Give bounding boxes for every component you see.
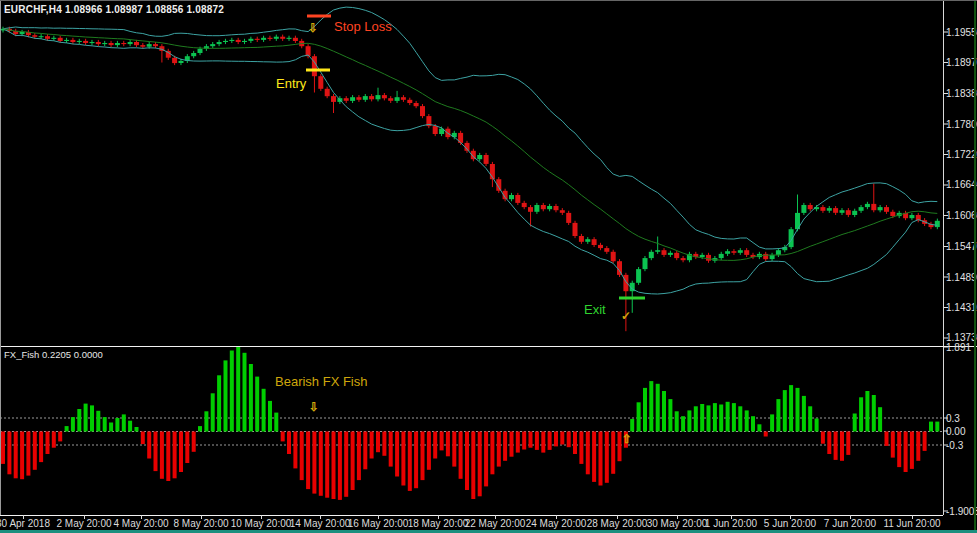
price-axis-label: 1.19550 xyxy=(946,27,977,38)
candle-body xyxy=(738,250,743,253)
fish-histogram-bar xyxy=(681,416,685,431)
fish-histogram-bar xyxy=(529,432,533,448)
fish-histogram-bar xyxy=(26,432,30,476)
exit-label[interactable]: Exit xyxy=(584,302,606,317)
fish-histogram-bar xyxy=(910,432,914,469)
bollinger-lower-band xyxy=(3,29,937,294)
fish-histogram-bar xyxy=(637,402,641,431)
candle-body xyxy=(604,248,609,252)
candle-body xyxy=(852,211,857,215)
fish-histogram-bar xyxy=(332,432,336,500)
candle-body xyxy=(395,97,400,101)
fish-indicator-canvas[interactable] xyxy=(0,347,977,515)
fish-histogram-bar xyxy=(675,411,679,431)
entry-line[interactable] xyxy=(306,69,330,72)
fish-histogram-bar xyxy=(433,432,437,459)
fish-sell-arrow-icon[interactable]: ⇩ xyxy=(309,401,319,413)
fish-histogram-bar xyxy=(865,391,869,432)
candle-body xyxy=(261,38,266,40)
candle-body xyxy=(147,44,152,47)
candle-body xyxy=(776,250,781,255)
candle-body xyxy=(325,89,330,96)
candle-body xyxy=(179,61,184,63)
price-axis-label: 1.18380 xyxy=(946,88,977,99)
time-axis-label: 30 Apr 2018 xyxy=(0,518,50,529)
candle-body xyxy=(541,205,546,209)
main-chart-pane[interactable] xyxy=(0,1,977,347)
fish-histogram-bar xyxy=(605,432,609,483)
candle-body xyxy=(890,212,895,216)
fish-histogram-bar xyxy=(33,432,37,470)
fish-histogram-bar xyxy=(395,432,399,477)
fish-histogram-bar xyxy=(510,432,514,457)
fish-histogram-bar xyxy=(757,424,761,431)
fish-histogram-bar xyxy=(573,432,577,455)
time-axis-label: 1 Jun 20:00 xyxy=(705,518,757,529)
exit-line[interactable] xyxy=(619,297,645,300)
candle-body xyxy=(20,32,25,34)
candle-body xyxy=(32,35,37,37)
fish-histogram-bar xyxy=(1,432,5,464)
time-axis-label: 11 Jun 20:00 xyxy=(883,518,940,529)
candle-body xyxy=(668,253,673,255)
fish-histogram-bar xyxy=(821,432,825,444)
fish-histogram-bar xyxy=(376,432,380,453)
fish-histogram-bar xyxy=(414,432,418,489)
candle-body xyxy=(573,223,578,236)
fish-histogram-bar xyxy=(802,396,806,432)
fish-histogram-bar xyxy=(935,422,939,432)
fish-indicator-axis[interactable]: 1.8910.30.00-0.3-1.9008 xyxy=(946,347,977,515)
fish-axis-label: 0.3 xyxy=(946,413,960,424)
candle-body xyxy=(331,96,336,102)
candle-body xyxy=(401,97,406,100)
time-axis[interactable]: 30 Apr 20182 May 20:004 May 20:008 May 2… xyxy=(0,516,977,530)
fish-histogram-bar xyxy=(363,432,367,470)
fish-histogram-bar xyxy=(319,432,323,496)
candle-body xyxy=(820,207,825,211)
fish-histogram-bar xyxy=(46,432,50,455)
window-left-border xyxy=(0,1,1,515)
window-right-border xyxy=(974,1,976,533)
sell-arrow-icon[interactable]: ⇩ xyxy=(308,22,318,34)
fish-histogram-bar xyxy=(459,432,463,479)
time-axis-label: 4 May 20:00 xyxy=(113,518,168,529)
fish-histogram-bar xyxy=(503,432,507,461)
time-axis-label: 30 May 20:00 xyxy=(647,518,708,529)
fish-histogram-bar xyxy=(236,347,240,432)
fish-histogram-bar xyxy=(732,403,736,431)
candle-body xyxy=(477,155,482,159)
fish-histogram-bar xyxy=(897,432,901,468)
candle-body xyxy=(878,207,883,210)
fish-histogram-bar xyxy=(71,417,75,431)
candle-body xyxy=(534,205,539,212)
candle-body xyxy=(643,258,648,269)
bearish-fx-fish-label[interactable]: Bearish FX Fish xyxy=(275,374,367,389)
fish-histogram-bar xyxy=(141,432,145,445)
fish-histogram-bar xyxy=(516,432,520,453)
price-chart-canvas[interactable] xyxy=(0,1,977,347)
fish-histogram-bar xyxy=(853,414,857,432)
exit-check-icon[interactable]: ✓ xyxy=(621,310,631,322)
fish-histogram-bar xyxy=(618,432,622,462)
price-axis[interactable]: 1.195501.189701.183801.178001.172201.166… xyxy=(946,1,977,346)
candle-body xyxy=(579,236,584,242)
candle-body xyxy=(547,206,552,209)
stop-loss-label[interactable]: Stop Loss xyxy=(334,19,392,34)
candle-body xyxy=(70,40,75,42)
candle-body xyxy=(287,38,292,39)
fish-histogram-bar xyxy=(656,384,660,432)
fish-histogram-bar xyxy=(668,399,672,431)
fish-histogram-bar xyxy=(776,399,780,431)
fish-histogram-bar xyxy=(484,432,488,487)
fish-buy-arrow-icon[interactable]: ⇧ xyxy=(622,433,632,445)
price-axis-label: 1.18970 xyxy=(946,57,977,68)
candle-body xyxy=(128,42,133,44)
fish-histogram-bar xyxy=(738,406,742,431)
fish-histogram-bar xyxy=(541,432,545,453)
fish-histogram-bar xyxy=(389,432,393,467)
fish-histogram-bar xyxy=(859,397,863,431)
stop-loss-line[interactable] xyxy=(307,15,331,18)
candle-body xyxy=(83,41,88,43)
fish-indicator-pane[interactable] xyxy=(0,347,977,515)
entry-label[interactable]: Entry xyxy=(276,76,306,91)
